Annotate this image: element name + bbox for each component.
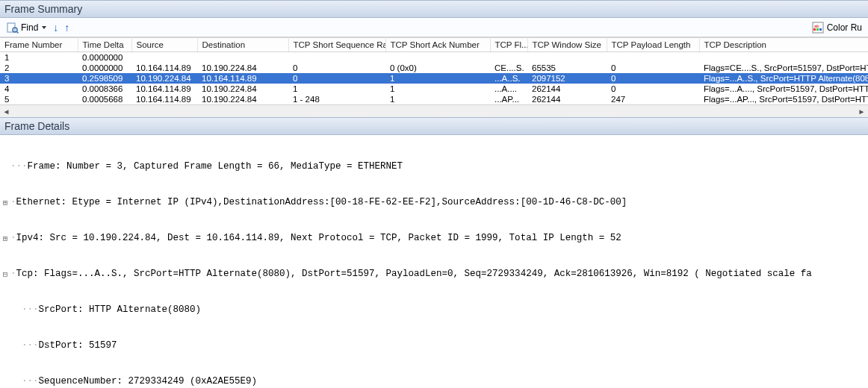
table-cell: 262144 — [527, 94, 607, 104]
table-cell: 10.164.114.89 — [131, 84, 197, 94]
frame-details-tree[interactable]: ···Frame: Number = 3, Captured Frame Len… — [0, 135, 868, 388]
table-cell — [607, 52, 699, 63]
table-cell: Flags=...A..S., SrcPort=HTTP Alternate(8… — [699, 73, 868, 84]
table-cell: ...A.... — [490, 84, 527, 94]
table-cell: ...AP... — [490, 94, 527, 104]
table-cell: 65535 — [527, 63, 607, 73]
col-flags[interactable]: TCP Fl... — [490, 38, 527, 52]
color-rules-label: Color Ru — [827, 22, 862, 33]
table-cell: 247 — [607, 94, 699, 104]
frame-table[interactable]: Frame Number Time Delta Source Destinati… — [0, 37, 868, 104]
table-row[interactable]: 20.000000010.164.114.8910.190.224.8400 (… — [0, 63, 868, 73]
find-prev-button[interactable]: ↑ — [61, 22, 72, 34]
detail-frame[interactable]: Frame: Number = 3, Captured Frame Length… — [28, 160, 403, 172]
table-cell: 2097152 — [527, 73, 607, 84]
table-cell: 0 — [607, 84, 699, 94]
table-cell: 10.164.114.89 — [197, 73, 288, 84]
scroll-right-icon[interactable]: ► — [855, 105, 868, 118]
table-cell: 1 — [288, 84, 385, 94]
detail-seqnum[interactable]: SequenceNumber: 2729334249 (0xA2AE55E9) — [39, 375, 258, 387]
col-destination[interactable]: Destination — [197, 38, 288, 52]
col-frame-number[interactable]: Frame Number — [0, 38, 78, 52]
col-seq-range[interactable]: TCP Short Sequence Range — [288, 38, 385, 52]
table-cell: 0.0000000 — [78, 52, 131, 63]
detail-ethernet[interactable]: Ethernet: Etype = Internet IP (IPv4),Des… — [16, 196, 627, 208]
frame-summary-header: Frame Summary — [0, 0, 868, 18]
summary-toolbar: Find ↓ ↑ ab Color Ru — [0, 18, 868, 37]
table-cell: 10.190.224.84 — [197, 94, 288, 104]
table-cell: 1 — [385, 84, 490, 94]
table-cell: 1 - 248 — [288, 94, 385, 104]
col-description[interactable]: TCP Description — [699, 38, 868, 52]
table-cell — [527, 52, 607, 63]
color-rules-button[interactable]: ab Color Ru — [809, 22, 865, 34]
table-cell: 1 — [0, 52, 78, 63]
table-cell: 1 — [385, 94, 490, 104]
color-rules-icon: ab — [812, 22, 824, 34]
table-row[interactable]: 50.000566810.164.114.8910.190.224.841 - … — [0, 94, 868, 104]
svg-rect-6 — [816, 28, 819, 31]
table-cell: 0 — [607, 63, 699, 73]
table-cell: 0 (0x0) — [385, 63, 490, 73]
col-time-delta[interactable]: Time Delta — [78, 38, 131, 52]
table-cell: 10.164.114.89 — [131, 63, 197, 73]
svg-text:ab: ab — [814, 24, 819, 28]
find-icon — [7, 22, 19, 34]
table-cell: Flags=...A...., SrcPort=51597, DstPort=H… — [699, 84, 868, 94]
table-cell: 10.190.224.84 — [197, 84, 288, 94]
table-cell: 0.2598509 — [78, 73, 131, 84]
table-cell: 10.164.114.89 — [131, 94, 197, 104]
tree-collapse-icon[interactable]: ⊟ — [0, 269, 10, 281]
table-cell: 0.0000000 — [78, 63, 131, 73]
table-cell: 5 — [0, 94, 78, 104]
table-row[interactable]: 30.259850910.190.224.8410.164.114.8901..… — [0, 73, 868, 84]
table-cell: 4 — [0, 84, 78, 94]
svg-rect-7 — [819, 28, 822, 31]
table-cell: 0.0005668 — [78, 94, 131, 104]
col-window-size[interactable]: TCP Window Size — [527, 38, 607, 52]
table-cell — [385, 52, 490, 63]
table-cell — [490, 52, 527, 63]
table-cell: CE....S. — [490, 63, 527, 73]
find-button[interactable]: Find — [3, 20, 50, 35]
table-cell — [288, 52, 385, 63]
tree-expand-icon[interactable]: ⊞ — [0, 197, 10, 209]
detail-dstport[interactable]: DstPort: 51597 — [39, 340, 117, 351]
table-cell: Flags=CE....S., SrcPort=51597, DstPort=H… — [699, 63, 868, 73]
table-cell: 0 — [288, 73, 385, 84]
table-row[interactable]: 10.0000000 — [0, 52, 868, 63]
horizontal-scrollbar[interactable]: ◄ ► — [0, 104, 868, 117]
detail-tcp[interactable]: Tcp: Flags=...A..S., SrcPort=HTTP Altern… — [16, 268, 812, 280]
scroll-left-icon[interactable]: ◄ — [0, 105, 13, 118]
table-cell: 2 — [0, 63, 78, 73]
table-cell — [197, 52, 288, 63]
table-cell — [131, 52, 197, 63]
table-cell: 3 — [0, 73, 78, 84]
table-cell: 10.190.224.84 — [131, 73, 197, 84]
find-label: Find — [21, 22, 38, 33]
table-cell: Flags=...AP..., SrcPort=51597, DstPort=H… — [699, 94, 868, 104]
detail-srcport[interactable]: SrcPort: HTTP Alternate(8080) — [39, 304, 202, 316]
table-cell — [699, 52, 868, 63]
svg-line-2 — [16, 31, 19, 34]
table-header-row[interactable]: Frame Number Time Delta Source Destinati… — [0, 38, 868, 52]
detail-ipv4[interactable]: Ipv4: Src = 10.190.224.84, Dest = 10.164… — [16, 232, 621, 244]
table-row[interactable]: 40.000836610.164.114.8910.190.224.8411..… — [0, 84, 868, 94]
tree-expand-icon[interactable]: ⊞ — [0, 233, 10, 245]
tree-leaf-icon — [0, 161, 10, 173]
table-cell: 0 — [607, 73, 699, 84]
table-cell: ...A..S. — [490, 73, 527, 84]
svg-rect-5 — [813, 28, 816, 31]
table-cell: 262144 — [527, 84, 607, 94]
table-cell: 0.0008366 — [78, 84, 131, 94]
frame-details-header: Frame Details — [0, 117, 868, 135]
table-cell: 1 — [385, 73, 490, 84]
col-source[interactable]: Source — [131, 38, 197, 52]
table-cell: 10.190.224.84 — [197, 63, 288, 73]
col-ack-number[interactable]: TCP Short Ack Number — [385, 38, 490, 52]
dropdown-caret-icon — [42, 26, 46, 29]
find-next-button[interactable]: ↓ — [50, 22, 61, 34]
table-cell: 0 — [288, 63, 385, 73]
col-payload-len[interactable]: TCP Payload Length — [607, 38, 699, 52]
